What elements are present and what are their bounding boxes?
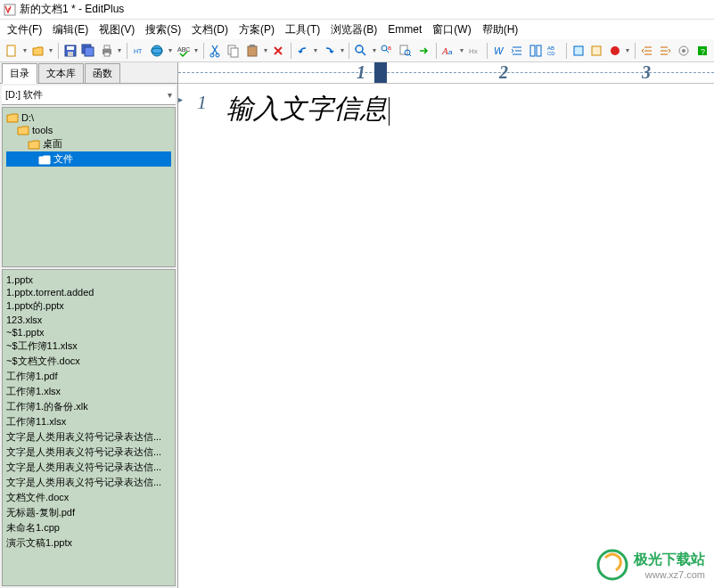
ruler-cursor [374,62,387,83]
menu-help[interactable]: 帮助(H) [479,20,522,39]
open-dropdown[interactable]: ▾ [48,41,54,61]
menu-edit[interactable]: 编辑(E) [49,20,92,39]
tab-directory[interactable]: 目录 [2,63,37,84]
paste-button[interactable] [244,41,261,61]
file-item[interactable]: 工作簿1.xlsx [6,384,171,399]
font-dropdown[interactable]: ▾ [458,41,464,61]
folder-item[interactable]: 文件 [6,151,171,167]
outdent-tool-button[interactable] [639,41,656,61]
file-item[interactable]: 文字是人类用表义符号记录表达信... [6,429,171,445]
wordwrap-button[interactable]: W [490,41,507,61]
folder-tree[interactable]: D:\tools桌面文件 [2,107,176,267]
record-dropdown[interactable]: ▾ [625,41,631,61]
sort-button[interactable]: ABCD [546,41,562,61]
menu-tools[interactable]: 工具(T) [282,20,324,39]
drive-selector[interactable]: [D:] 软件 ▾ [2,86,176,105]
print-dropdown[interactable]: ▾ [117,41,123,61]
marker-button[interactable] [588,41,605,61]
svg-point-37 [682,49,685,53]
menu-file[interactable]: 文件(F) [4,20,45,39]
undo-button[interactable] [294,41,311,61]
file-item[interactable]: 文字是人类用表义符号记录表达信... [6,460,171,475]
file-item[interactable]: 工作簿1.的备份.xlk [6,399,171,414]
folder-item[interactable]: tools [6,124,171,136]
file-item[interactable]: ~$文档文件.docx [6,354,171,369]
file-item[interactable]: 工作簿11.xlsx [6,414,171,429]
copy-button[interactable] [226,41,242,61]
file-item[interactable]: ~$1.pptx [6,326,171,339]
file-item[interactable]: 演示文稿1.pptx [6,535,171,551]
menu-emmet[interactable]: Emmet [384,21,425,37]
hex-button[interactable]: Hx [466,41,483,61]
indent-tool-button[interactable] [657,41,674,61]
column-button[interactable] [527,41,544,61]
file-item[interactable]: 123.xlsx [6,314,171,326]
svg-rect-19 [250,45,255,47]
find-dropdown[interactable]: ▾ [371,41,377,61]
menu-window[interactable]: 窗口(W) [429,20,474,39]
record-button[interactable] [606,41,623,61]
svg-rect-30 [537,45,541,56]
tab-textlib[interactable]: 文本库 [38,63,84,83]
browser-dropdown[interactable]: ▾ [168,41,174,61]
editor-content[interactable]: ▸ 1 输入文字信息 [178,84,714,588]
redo-dropdown[interactable]: ▾ [339,41,345,61]
bookmark-button[interactable] [570,41,587,61]
cut-button[interactable] [208,41,225,61]
menu-view[interactable]: 视图(V) [95,20,138,39]
save-all-button[interactable] [80,41,97,61]
settings-button[interactable] [676,41,693,61]
folder-item[interactable]: D:\ [6,111,171,124]
file-item[interactable]: 文字是人类用表义符号记录表达信... [6,475,171,490]
separator [566,43,567,59]
file-item[interactable]: 1.pptx.torrent.added [6,286,171,298]
save-button[interactable] [62,41,78,61]
ruler-mark-1: 1 [357,62,365,83]
watermark: 极光下载站 www.xz7.com [596,549,705,581]
indent-button[interactable] [509,41,526,61]
separator [349,43,349,59]
delete-button[interactable] [270,41,287,61]
file-item[interactable]: 工作簿1.pdf [6,369,171,384]
folder-item[interactable]: 桌面 [6,136,171,151]
redo-button[interactable] [321,41,338,61]
chevron-down-icon: ▾ [168,90,172,100]
separator [58,43,59,59]
browser-button[interactable] [149,41,166,61]
svg-text:A: A [441,45,448,56]
file-item[interactable]: 文字是人类用表义符号记录表达信... [6,445,171,460]
file-item[interactable]: 未命名1.cpp [6,520,171,535]
file-item[interactable]: ~$工作簿11.xlsx [6,339,171,354]
paste-dropdown[interactable]: ▾ [262,41,268,61]
open-file-button[interactable] [29,41,46,61]
spellcheck-dropdown[interactable]: ▾ [193,41,200,61]
file-item[interactable]: 1.pptx的.pptx [6,298,171,314]
replace-button[interactable]: a [379,41,396,61]
new-file-dropdown[interactable]: ▾ [22,41,29,61]
menu-browser[interactable]: 浏览器(B) [327,20,381,39]
main-area: 目录 文本库 函数 [D:] 软件 ▾ D:\tools桌面文件 1.pptx1… [0,62,714,588]
spellcheck-button[interactable]: ABC [176,41,193,61]
print-button[interactable] [99,41,116,61]
svg-point-35 [611,46,620,55]
tab-functions[interactable]: 函数 [85,63,120,83]
sidebar-tabs: 目录 文本库 函数 [0,62,177,84]
goto-button[interactable] [415,41,432,61]
menu-search[interactable]: 搜索(S) [142,20,185,39]
html-toolbar-button[interactable]: HT [131,41,148,61]
menu-document[interactable]: 文档(D) [188,20,232,39]
find-in-files-button[interactable] [398,41,414,61]
undo-dropdown[interactable]: ▾ [313,41,319,61]
new-file-button[interactable] [4,41,21,61]
editor-text[interactable]: 输入文字信息 [214,91,390,588]
help-tool-button[interactable]: ? [693,41,710,61]
find-button[interactable] [353,41,370,61]
toolbar: ▾ ▾ ▾ HT ▾ ABC ▾ ▾ ▾ ▾ ▾ a Aa ▾ Hx W ABC… [0,39,714,62]
file-list[interactable]: 1.pptx1.pptx.torrent.added1.pptx的.pptx12… [2,269,176,586]
file-item[interactable]: 文档文件.docx [6,490,171,505]
file-item[interactable]: 无标题-复制.pdf [6,505,171,520]
font-button[interactable]: Aa [440,41,457,61]
menu-project[interactable]: 方案(P) [235,20,278,39]
file-item[interactable]: 1.pptx [6,274,171,286]
menubar: 文件(F) 编辑(E) 视图(V) 搜索(S) 文档(D) 方案(P) 工具(T… [0,20,714,39]
